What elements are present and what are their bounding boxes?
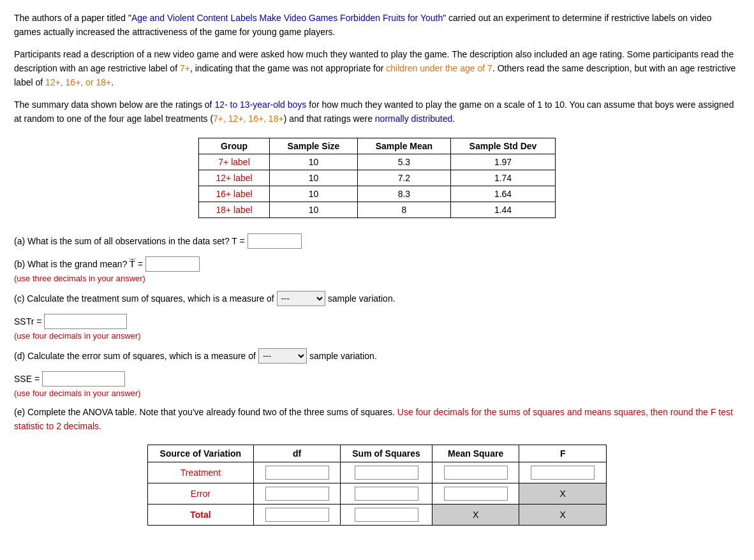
q-d-label-pre: (d) Calculate the error sum of squares, …: [14, 351, 256, 361]
intro-para3: The summary data shown below are the rat…: [14, 98, 740, 126]
anova-f-treatment[interactable]: [519, 462, 607, 483]
anova-ms-treatment-input[interactable]: [444, 466, 508, 480]
anova-df-treatment[interactable]: [253, 462, 341, 483]
data-table-wrapper: Group Sample Size Sample Mean Sample Std…: [14, 138, 740, 218]
anova-col-ss: Sum of Squares: [341, 445, 432, 462]
anova-col-source: Source of Variation: [148, 445, 254, 462]
anova-col-f: F: [519, 445, 607, 462]
sstr-input[interactable]: [44, 314, 127, 329]
group-name-cell: 16+ label: [199, 186, 270, 202]
sse-label: SSE =: [14, 374, 40, 384]
sse-hint: (use four decimals in your answer): [14, 388, 740, 398]
anova-label-total: Total: [148, 505, 254, 526]
anova-df-error[interactable]: [253, 483, 341, 505]
anova-ms-error[interactable]: [432, 483, 519, 505]
sample-size-cell: 10: [270, 186, 358, 202]
question-a: (a) What is the sum of all observations …: [14, 233, 740, 249]
col-header-group: Group: [199, 138, 270, 154]
data-table: Group Sample Size Sample Mean Sample Std…: [198, 138, 556, 218]
sample-std-cell: 1.97: [451, 154, 556, 170]
anova-ss-error[interactable]: [341, 483, 432, 505]
group-name-cell: 7+ label: [199, 154, 270, 170]
anova-ss-treatment-input[interactable]: [355, 466, 418, 480]
anova-col-ms: Mean Square: [432, 445, 519, 462]
anova-ms-treatment[interactable]: [432, 462, 519, 483]
col-header-size: Sample Size: [270, 138, 358, 154]
col-header-mean: Sample Mean: [357, 138, 450, 154]
anova-f-error-x: X: [519, 483, 607, 505]
question-e: (e) Complete the ANOVA table. Note that …: [14, 406, 740, 433]
anova-df-total-input[interactable]: [265, 508, 329, 522]
q-b-hint: (use three decimals in your answer): [14, 274, 740, 283]
anova-label-treatment: Treatment: [148, 462, 254, 483]
data-table-row: 18+ label 10 8 1.44: [199, 202, 556, 217]
q-c-dropdown[interactable]: --- between within: [277, 291, 325, 306]
question-sse: SSE = (use four decimals in your answer): [14, 371, 740, 398]
anova-row-total: Total X X: [148, 505, 607, 526]
sample-size-cell: 10: [270, 202, 358, 217]
anova-ms-error-input[interactable]: [444, 487, 508, 501]
data-table-row: 7+ label 10 5.3 1.97: [199, 154, 556, 170]
sample-mean-cell: 5.3: [357, 154, 450, 170]
sse-input[interactable]: [42, 371, 125, 387]
question-sstr: SSTr = (use four decimals in your answer…: [14, 314, 740, 341]
anova-row-error: Error X: [148, 483, 607, 505]
intro-para1: The authors of a paper titled "Age and V…: [14, 11, 740, 39]
col-header-std: Sample Std Dev: [451, 138, 556, 154]
sample-mean-cell: 8: [357, 202, 450, 217]
anova-label-error: Error: [148, 483, 254, 505]
anova-ss-treatment[interactable]: [341, 462, 432, 483]
q-e-label: (e) Complete the ANOVA table. Note that …: [14, 406, 740, 433]
sample-size-cell: 10: [270, 170, 358, 186]
anova-f-total-x: X: [519, 505, 607, 526]
q-a-label: (a) What is the sum of all observations …: [14, 236, 245, 246]
anova-table-wrapper: Source of Variation df Sum of Squares Me…: [14, 445, 740, 526]
sample-size-cell: 10: [270, 154, 358, 170]
anova-table: Source of Variation df Sum of Squares Me…: [147, 445, 607, 526]
sample-mean-cell: 7.2: [357, 170, 450, 186]
question-b: (b) What is the grand mean? T̄ = (use th…: [14, 256, 740, 283]
sample-std-cell: 1.74: [451, 170, 556, 186]
sstr-label: SSTr =: [14, 316, 41, 327]
q-a-input[interactable]: [248, 233, 302, 249]
intro-para2: Participants read a description of a new…: [14, 48, 740, 89]
anova-ss-total-input[interactable]: [355, 508, 418, 522]
group-name-cell: 12+ label: [199, 170, 270, 186]
q-d-label-post: sample variation.: [309, 351, 377, 361]
q-c-label-pre: (c) Calculate the treatment sum of squar…: [14, 293, 274, 304]
sample-std-cell: 1.44: [451, 202, 556, 217]
q-c-label-post: sample variation.: [328, 293, 395, 304]
anova-ms-total-x: X: [432, 505, 519, 526]
sample-mean-cell: 8.3: [357, 186, 450, 202]
anova-row-treatment: Treatment: [148, 462, 607, 483]
data-table-row: 12+ label 10 7.2 1.74: [199, 170, 556, 186]
anova-col-df: df: [253, 445, 341, 462]
anova-ss-total[interactable]: [341, 505, 432, 526]
anova-df-error-input[interactable]: [265, 487, 329, 501]
q-b-label: (b) What is the grand mean? T̄ =: [14, 259, 143, 269]
anova-df-treatment-input[interactable]: [265, 466, 329, 480]
group-name-cell: 18+ label: [199, 202, 270, 217]
sstr-hint: (use four decimals in your answer): [14, 331, 740, 341]
anova-f-treatment-input[interactable]: [531, 466, 595, 480]
question-c: (c) Calculate the treatment sum of squar…: [14, 291, 740, 306]
anova-df-total[interactable]: [253, 505, 341, 526]
data-table-row: 16+ label 10 8.3 1.64: [199, 186, 556, 202]
anova-ss-error-input[interactable]: [355, 487, 418, 501]
q-d-dropdown[interactable]: --- between within: [258, 348, 307, 364]
q-b-input[interactable]: [145, 256, 200, 272]
sample-std-cell: 1.64: [451, 186, 556, 202]
question-d: (d) Calculate the error sum of squares, …: [14, 348, 740, 364]
